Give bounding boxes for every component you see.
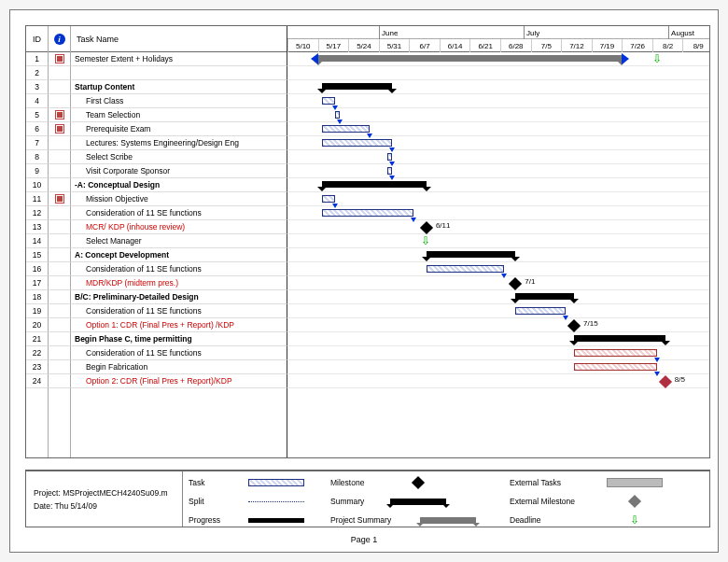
row-indicator [49, 80, 71, 94]
row-id: 21 [26, 332, 49, 346]
legend-deadline: Deadline⇩ [510, 511, 663, 529]
row-id: 2 [26, 66, 49, 80]
legend-task: Task [189, 473, 304, 492]
row-id: 8 [26, 150, 49, 164]
row-id: 15 [26, 248, 49, 262]
row-id: 23 [26, 360, 49, 374]
row-id: 4 [26, 94, 49, 108]
table-row: 18B/C: Preliminary-Detailed Design [26, 290, 709, 304]
row-gantt [287, 262, 709, 276]
row-taskname: Begin Phase C, time permitting [71, 332, 287, 346]
legend-milestone: Milestone [330, 473, 446, 492]
row-gantt [287, 346, 709, 360]
row-id: 1 [26, 52, 49, 66]
row-taskname: Consideration of 11 SE functions [71, 206, 287, 220]
table-row: 24Option 2: CDR (Final Pres + Report)/KD… [26, 374, 709, 388]
row-gantt: ⇩ [287, 52, 709, 66]
table-row: 11Mission Objective [26, 192, 709, 206]
row-taskname: Option 1: CDR (Final Pres + Report) /KDP [71, 318, 287, 332]
row-taskname: Prerequisite Exam [71, 122, 287, 136]
row-gantt [287, 94, 709, 108]
table-row: 7Lectures: Systems Engineering/Design En… [26, 136, 709, 150]
row-indicator [49, 192, 71, 206]
table-row: 14Select Manager⇩ [26, 234, 709, 248]
legend: Project: MSProjectMECH4240Su09.m Date: T… [25, 470, 710, 527]
row-taskname: Startup Content [71, 80, 287, 94]
row-gantt [287, 122, 709, 136]
row-indicator [49, 262, 71, 276]
row-indicator [49, 346, 71, 360]
row-id: 5 [26, 108, 49, 122]
row-gantt [287, 360, 709, 374]
row-id: 12 [26, 206, 49, 220]
table-row: 23Begin Fabrication [26, 360, 709, 374]
row-indicator [49, 94, 71, 108]
legend-projectsummary: Project Summary [330, 511, 476, 529]
table-row: 22Consideration of 11 SE functions [26, 346, 709, 360]
row-taskname: First Class [71, 94, 287, 108]
legend-split: Split [189, 492, 304, 511]
row-taskname [71, 66, 287, 80]
table-row: 13MCR/ KDP (inhouse review)6/11 [26, 220, 709, 234]
row-gantt [287, 332, 709, 346]
row-indicator [49, 332, 71, 346]
row-indicator [49, 150, 71, 164]
row-id: 24 [26, 374, 49, 388]
row-id: 16 [26, 262, 49, 276]
row-taskname: Select Manager [71, 234, 287, 248]
table-row: 21Begin Phase C, time permitting [26, 332, 709, 346]
row-indicator [49, 304, 71, 318]
table-row: 5Team Selection [26, 108, 709, 122]
row-id: 11 [26, 192, 49, 206]
row-indicator [49, 290, 71, 304]
row-indicator [49, 122, 71, 136]
row-taskname: Option 2: CDR (Final Pres + Report)/KDP [71, 374, 287, 388]
row-id: 22 [26, 346, 49, 360]
row-gantt [287, 150, 709, 164]
legend-projectinfo: Project: MSProjectMECH4240Su09.m Date: T… [26, 471, 183, 527]
table-row: 15A: Concept Development [26, 248, 709, 262]
chart-area: ID i Task Name JuneJulyAugust 5/105/175/… [25, 25, 710, 458]
row-indicator [49, 136, 71, 150]
row-indicator [49, 206, 71, 220]
row-indicator [49, 178, 71, 192]
table-row: 1Semester Extent + Holidays⇩ [26, 52, 709, 66]
table-row: 19Consideration of 11 SE functions [26, 304, 709, 318]
row-id: 19 [26, 304, 49, 318]
legend-progress: Progress [189, 511, 304, 529]
row-taskname: MDR/KDP (midterm pres.) [71, 276, 287, 290]
row-taskname: Select Scribe [71, 150, 287, 164]
row-indicator [49, 234, 71, 248]
row-indicator [49, 164, 71, 178]
row-taskname: Begin Fabrication [71, 360, 287, 374]
row-gantt [287, 248, 709, 262]
gantt-rows: 1Semester Extent + Holidays⇩23Startup Co… [26, 52, 709, 457]
table-row: 20Option 1: CDR (Final Pres + Report) /K… [26, 318, 709, 332]
row-taskname: A: Concept Development [71, 248, 287, 262]
row-indicator [49, 220, 71, 234]
row-gantt: 7/15 [287, 318, 709, 332]
row-id: 7 [26, 136, 49, 150]
row-taskname: Visit Corporate Sponsor [71, 164, 287, 178]
row-taskname: Consideration of 11 SE functions [71, 262, 287, 276]
table-row: 3Startup Content [26, 80, 709, 94]
table-row: 17MDR/KDP (midterm pres.)7/1 [26, 276, 709, 290]
legend-summary: Summary [330, 492, 446, 511]
row-taskname: Consideration of 11 SE functions [71, 346, 287, 360]
row-indicator [49, 108, 71, 122]
row-taskname: -A: Conceptual Design [71, 178, 287, 192]
row-gantt [287, 178, 709, 192]
row-id: 13 [26, 220, 49, 234]
row-gantt: 7/1 [287, 276, 709, 290]
table-row: 2 [26, 66, 709, 80]
row-taskname: Mission Objective [71, 192, 287, 206]
row-gantt [287, 164, 709, 178]
table-row: 12Consideration of 11 SE functions [26, 206, 709, 220]
row-id: 3 [26, 80, 49, 94]
row-indicator [49, 318, 71, 332]
row-id: 6 [26, 122, 49, 136]
row-gantt: ⇩ [287, 234, 709, 248]
gantt-sheet: ID i Task Name JuneJulyAugust 5/105/175/… [9, 9, 719, 553]
date-line: Date: Thu 5/14/09 [34, 501, 175, 511]
legend-externaltasks: External Tasks [510, 473, 663, 492]
